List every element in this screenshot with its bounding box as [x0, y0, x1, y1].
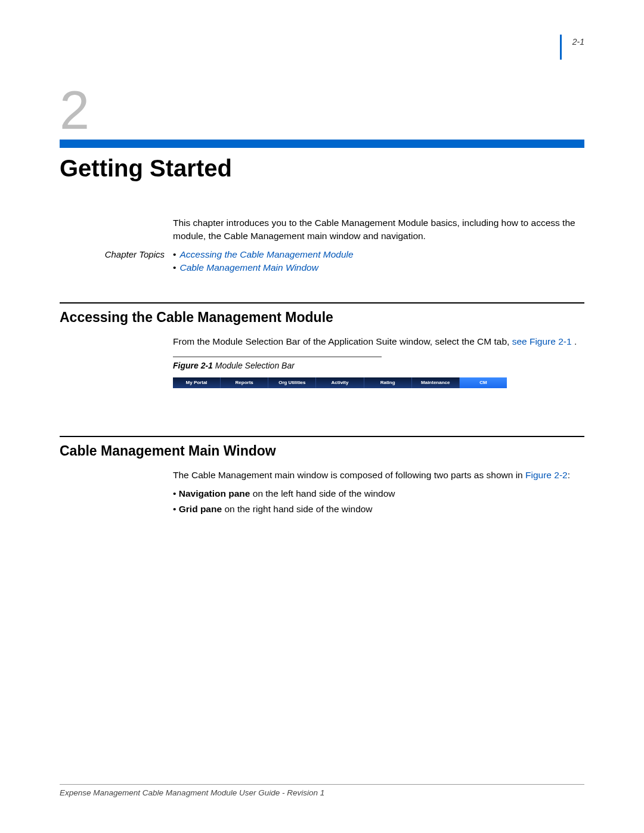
figure-caption: Figure 2-1 Module Selection Bar: [173, 361, 584, 370]
page-footer: Expense Management Cable Managment Modul…: [60, 784, 584, 797]
figure-link[interactable]: see Figure 2-1: [512, 336, 572, 346]
tab-reports[interactable]: Reports: [221, 377, 268, 388]
list-item: • Navigation pane on the left hand side …: [173, 486, 584, 501]
topic-link[interactable]: •Accessing the Cable Management Module: [173, 248, 584, 261]
section-body: From the Module Selection Bar of the App…: [173, 335, 584, 348]
section-rule: [60, 436, 584, 437]
chapter-rule: [60, 140, 584, 148]
section-heading: Accessing the Cable Management Module: [60, 309, 584, 326]
chapter-number: 2: [60, 83, 584, 137]
bullet-list: • Navigation pane on the left hand side …: [173, 486, 584, 518]
figure-rule: [173, 357, 382, 357]
page-number: 2-1: [560, 35, 584, 60]
tab-my-portal[interactable]: My Portal: [173, 377, 221, 388]
tab-org-utilities[interactable]: Org Utilities: [268, 377, 316, 388]
section-body: The Cable Management main window is comp…: [173, 469, 584, 482]
tab-maintenance[interactable]: Maintenance: [412, 377, 460, 388]
intro-paragraph: This chapter introduces you to the Cable…: [173, 216, 584, 243]
tab-rating[interactable]: Rating: [364, 377, 412, 388]
tab-cm[interactable]: CM: [460, 377, 507, 388]
tab-activity[interactable]: Activity: [316, 377, 364, 388]
figure-link[interactable]: Figure 2-2: [525, 470, 568, 480]
section-heading: Cable Management Main Window: [60, 443, 584, 459]
list-item: • Grid pane on the right hand side of th…: [173, 501, 584, 517]
chapter-topics-label: Chapter Topics: [60, 248, 173, 275]
chapter-topics-list: •Accessing the Cable Management Module •…: [173, 248, 584, 275]
module-selection-bar: My Portal Reports Org Utilities Activity…: [173, 377, 507, 388]
topic-link[interactable]: •Cable Management Main Window: [173, 261, 584, 274]
section-rule: [60, 302, 584, 304]
chapter-title: Getting Started: [60, 155, 584, 182]
